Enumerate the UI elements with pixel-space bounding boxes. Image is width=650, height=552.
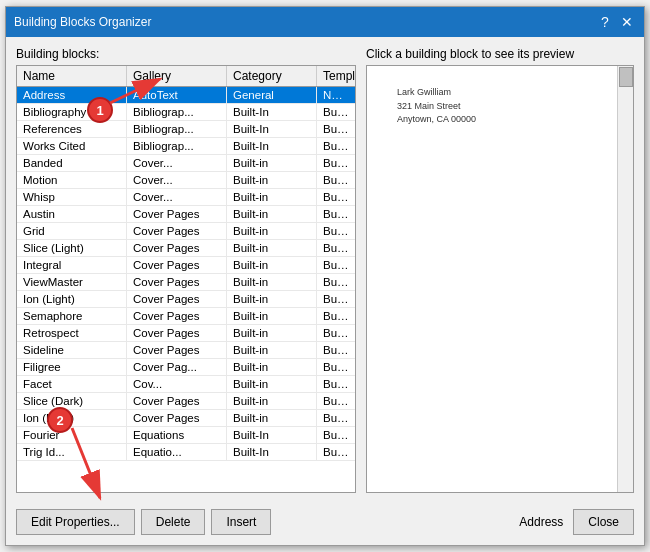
cell-category: Built-in — [227, 376, 317, 392]
table-row[interactable]: Banded Cover... Built-in Built-In Buil..… — [17, 155, 355, 172]
table-row[interactable]: Trig Id... Equatio... Built-In Built-In … — [17, 444, 355, 461]
cell-gallery: Cover Pages — [127, 240, 227, 256]
table-row[interactable]: Grid Cover Pages Built-in Built-In Buil.… — [17, 223, 355, 240]
cell-name: Bibliography — [17, 104, 127, 120]
close-dialog-button[interactable]: Close — [573, 509, 634, 535]
cell-gallery: Cover Pages — [127, 223, 227, 239]
cell-name: Ion (Dark) — [17, 410, 127, 426]
cell-template: Built-In Buil... — [317, 189, 355, 205]
cell-category: Built-in — [227, 325, 317, 341]
cell-template: Built-In Buil... — [317, 376, 355, 392]
table-row[interactable]: Bibliography Bibliograp... Built-In Buil… — [17, 104, 355, 121]
table-row[interactable]: Austin Cover Pages Built-in Built-In Bui… — [17, 206, 355, 223]
cell-name: Motion — [17, 172, 127, 188]
cell-category: Built-In — [227, 427, 317, 443]
cell-template: Normal.dotm — [317, 87, 355, 103]
cell-name: Slice (Dark) — [17, 393, 127, 409]
right-panel: Click a building block to see its previe… — [366, 47, 634, 493]
delete-button[interactable]: Delete — [141, 509, 206, 535]
table-row[interactable]: Whisp Cover... Built-in Built-In Buil... — [17, 189, 355, 206]
table-row[interactable]: Slice (Light) Cover Pages Built-in Built… — [17, 240, 355, 257]
building-blocks-label: Building blocks: — [16, 47, 356, 61]
window-close-button[interactable]: ✕ — [618, 13, 636, 31]
cell-name: Slice (Light) — [17, 240, 127, 256]
cell-gallery: Cover Pages — [127, 257, 227, 273]
preview-address: Lark Gwilliam 321 Main Street Anytown, C… — [397, 86, 587, 127]
table-row[interactable]: Integral Cover Pages Built-in Built-In B… — [17, 257, 355, 274]
col-name: Name — [17, 66, 127, 86]
edit-properties-button[interactable]: Edit Properties... — [16, 509, 135, 535]
cell-name: Austin — [17, 206, 127, 222]
cell-name: Fourier — [17, 427, 127, 443]
cell-gallery: Cover... — [127, 189, 227, 205]
table-row[interactable]: Slice (Dark) Cover Pages Built-in Built-… — [17, 393, 355, 410]
preview-name-section: Address — [281, 509, 563, 535]
cell-category: Built-in — [227, 359, 317, 375]
cell-category: Built-in — [227, 172, 317, 188]
cell-template: Built-In Buil... — [317, 155, 355, 171]
table-row[interactable]: Address AutoText General Normal.dotm — [17, 87, 355, 104]
preview-scroll-thumb[interactable] — [619, 67, 633, 87]
table-row[interactable]: Facet Cov... Built-in Built-In Buil... — [17, 376, 355, 393]
table-row[interactable]: Works Cited Bibliograp... Built-In Built… — [17, 138, 355, 155]
cell-gallery: Cover Pages — [127, 206, 227, 222]
bottom-row: Edit Properties... Delete Insert Address… — [16, 509, 634, 535]
table-row[interactable]: Retrospect Cover Pages Built-in Built-In… — [17, 325, 355, 342]
table-row[interactable]: References Bibliograp... Built-In Built-… — [17, 121, 355, 138]
cell-template: Built-In Buil... — [317, 206, 355, 222]
cell-gallery: Cover Pag... — [127, 359, 227, 375]
cell-template: Built-In Buil... — [317, 410, 355, 426]
cell-template: Built-In Buil... — [317, 359, 355, 375]
cell-name: Trig Id... — [17, 444, 127, 460]
cell-name: Whisp — [17, 189, 127, 205]
cell-category: Built-in — [227, 223, 317, 239]
table-row[interactable]: Fourier Equations Built-In Built-In Buil… — [17, 427, 355, 444]
table-row[interactable]: Motion Cover... Built-in Built-In Buil..… — [17, 172, 355, 189]
cell-name: ViewMaster — [17, 274, 127, 290]
cell-template: Built-In Buil... — [317, 121, 355, 137]
preview-block-name: Address — [519, 515, 563, 529]
bottom-section: Edit Properties... Delete Insert Address… — [6, 503, 644, 545]
cell-gallery: Cover Pages — [127, 325, 227, 341]
cell-category: Built-in — [227, 410, 317, 426]
cell-template: Built-In Buil... — [317, 240, 355, 256]
cell-template: Built-In Buil... — [317, 444, 355, 460]
cell-template: Built-In Buil... — [317, 325, 355, 341]
cell-category: Built-In — [227, 138, 317, 154]
cell-gallery: Cover Pages — [127, 291, 227, 307]
cell-template: Built-In Buil... — [317, 257, 355, 273]
cell-template: Built-In Buil... — [317, 104, 355, 120]
cell-category: Built-in — [227, 189, 317, 205]
preview-label: Click a building block to see its previe… — [366, 47, 634, 61]
table-row[interactable]: Semaphore Cover Pages Built-in Built-In … — [17, 308, 355, 325]
cell-gallery: Cover... — [127, 172, 227, 188]
preview-address-line2: 321 Main Street — [397, 101, 461, 111]
cell-gallery: Bibliograp... — [127, 104, 227, 120]
cell-name: References — [17, 121, 127, 137]
cell-category: Built-in — [227, 308, 317, 324]
table-body[interactable]: Address AutoText General Normal.dotm Bib… — [17, 87, 355, 492]
table-row[interactable]: ViewMaster Cover Pages Built-in Built-In… — [17, 274, 355, 291]
cell-gallery: Cover Pages — [127, 274, 227, 290]
preview-scrollbar[interactable] — [617, 66, 633, 492]
dialog-content: Building blocks: Name Gallery Category T… — [6, 37, 644, 503]
cell-name: Works Cited — [17, 138, 127, 154]
table-row[interactable]: Filigree Cover Pag... Built-in Built-In … — [17, 359, 355, 376]
table-row[interactable]: Ion (Light) Cover Pages Built-in Built-I… — [17, 291, 355, 308]
table-row[interactable]: Ion (Dark) Cover Pages Built-in Built-In… — [17, 410, 355, 427]
cell-template: Built-In Buil... — [317, 308, 355, 324]
cell-category: Built-in — [227, 393, 317, 409]
dialog-title: Building Blocks Organizer — [14, 15, 151, 29]
table-row[interactable]: Sideline Cover Pages Built-in Built-In B… — [17, 342, 355, 359]
help-button[interactable]: ? — [596, 13, 614, 31]
cell-category: Built-in — [227, 274, 317, 290]
cell-gallery: Cover... — [127, 155, 227, 171]
cell-name: Facet — [17, 376, 127, 392]
cell-gallery: Cov... — [127, 376, 227, 392]
cell-template: Built-In Buil... — [317, 427, 355, 443]
insert-button[interactable]: Insert — [211, 509, 271, 535]
title-bar-controls: ? ✕ — [596, 13, 636, 31]
table-header: Name Gallery Category Template — [17, 66, 355, 87]
preview-content: Lark Gwilliam 321 Main Street Anytown, C… — [367, 66, 617, 147]
cell-template: Built-In Buil... — [317, 223, 355, 239]
